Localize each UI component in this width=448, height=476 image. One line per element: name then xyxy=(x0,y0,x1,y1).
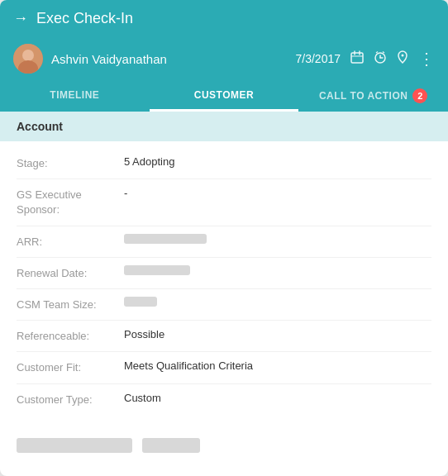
svg-line-11 xyxy=(383,52,384,54)
date-display: 7/3/2017 xyxy=(296,52,341,65)
user-name: Ashvin Vaidyanathan xyxy=(51,52,296,66)
tab-timeline[interactable]: TIMELINE xyxy=(0,81,150,112)
avatar xyxy=(13,44,43,74)
redacted-arr xyxy=(124,234,207,244)
content-area: Account Stage: 5 Adopting GS Executive S… xyxy=(0,112,448,466)
field-label-renewal-date: Renewal Date: xyxy=(17,265,124,281)
tab-call-to-action[interactable]: CALL TO ACTION 2 xyxy=(298,80,448,112)
nav-tabs: TIMELINE CUSTOMER CALL TO ACTION 2 xyxy=(0,74,448,112)
field-row-csm-team-size: CSM Team Size: xyxy=(17,289,431,321)
field-label-gs-sponsor: GS Executive Sponsor: xyxy=(17,187,124,217)
svg-point-1 xyxy=(22,50,34,61)
svg-point-12 xyxy=(402,55,404,57)
svg-line-10 xyxy=(376,52,378,54)
field-row-gs-sponsor: GS Executive Sponsor: - xyxy=(17,179,431,226)
top-bar: → Exec Check-In xyxy=(0,0,448,37)
field-value-stage: 5 Adopting xyxy=(124,155,431,168)
back-arrow-icon[interactable]: → xyxy=(13,10,28,27)
tab-customer[interactable]: CUSTOMER xyxy=(150,81,299,112)
call-to-action-badge: 2 xyxy=(412,88,427,103)
page-title: Exec Check-In xyxy=(36,10,133,27)
field-label-customer-type: Customer Type: xyxy=(17,392,124,407)
redacted-bottom-right xyxy=(142,438,200,453)
tab-call-to-action-label: CALL TO ACTION xyxy=(319,90,407,102)
svg-rect-3 xyxy=(351,53,363,63)
field-row-stage: Stage: 5 Adopting xyxy=(17,148,431,179)
location-icon[interactable] xyxy=(397,50,408,67)
field-label-csm-team-size: CSM Team Size: xyxy=(17,297,124,312)
fields-area: Stage: 5 Adopting GS Executive Sponsor: … xyxy=(0,141,448,428)
user-bar-actions: 7/3/2017 xyxy=(296,50,436,67)
user-bar: Ashvin Vaidyanathan 7/3/2017 xyxy=(0,37,448,74)
avatar-image xyxy=(13,44,43,74)
alarm-icon[interactable] xyxy=(374,50,387,67)
field-value-gs-sponsor: - xyxy=(124,187,431,199)
field-label-referenceable: Referenceable: xyxy=(17,328,124,344)
bottom-redacted-row xyxy=(0,428,448,466)
field-label-customer-fit: Customer Fit: xyxy=(17,359,124,375)
field-row-customer-fit: Customer Fit: Meets Qualification Criter… xyxy=(17,352,431,383)
redacted-csm-team-size xyxy=(124,297,157,307)
calendar-icon[interactable] xyxy=(350,50,364,67)
field-row-renewal-date: Renewal Date: xyxy=(17,258,431,289)
more-options-icon[interactable]: ⋮ xyxy=(418,50,435,67)
field-label-arr: ARR: xyxy=(17,234,124,250)
redacted-bottom-left xyxy=(17,438,132,453)
field-value-arr xyxy=(124,234,431,246)
app-container: → Exec Check-In Ashvin Vaidyanathan 7/3/… xyxy=(0,0,448,476)
field-value-referenceable: Possible xyxy=(124,328,431,340)
field-row-referenceable: Referenceable: Possible xyxy=(17,321,431,352)
field-value-csm-team-size xyxy=(124,297,431,309)
field-value-customer-fit: Meets Qualification Criteria xyxy=(124,359,431,372)
field-value-renewal-date xyxy=(124,265,431,278)
field-row-arr: ARR: xyxy=(17,226,431,258)
section-account-header: Account xyxy=(0,112,448,141)
redacted-renewal-date xyxy=(124,265,190,275)
field-row-customer-type: Customer Type: Custom xyxy=(17,384,431,415)
field-label-stage: Stage: xyxy=(17,155,124,171)
field-value-customer-type: Custom xyxy=(124,392,431,404)
